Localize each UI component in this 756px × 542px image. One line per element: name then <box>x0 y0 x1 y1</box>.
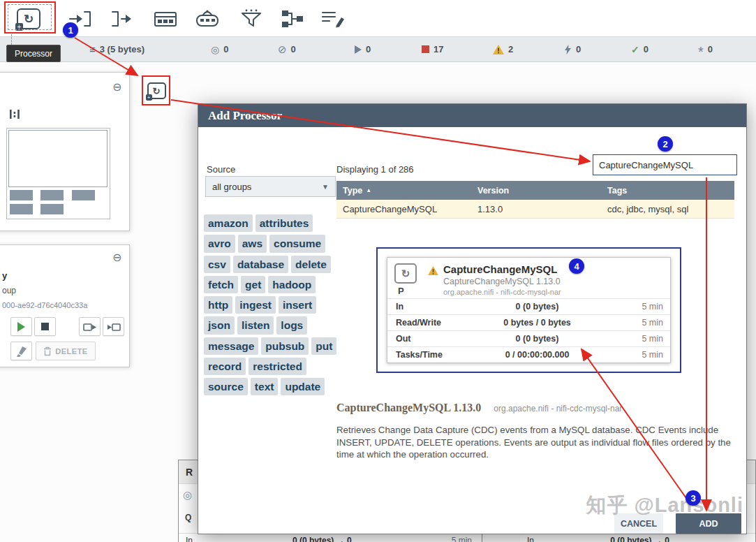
tag-item[interactable]: attributes <box>255 214 313 232</box>
status-queued: ≡ 3 (5 bytes) <box>89 37 144 61</box>
collapse-operate-icon[interactable]: ⊖ <box>112 252 121 263</box>
tag-item[interactable]: pubsub <box>261 337 309 355</box>
queued-icon: ≡ <box>89 43 96 55</box>
processor-table-row[interactable]: CaptureChangeMySQL 1.13.0 cdc, jdbc, mys… <box>336 200 734 219</box>
delete-button[interactable]: DELETE <box>36 342 96 360</box>
tag-item[interactable]: restricted <box>249 358 306 375</box>
stop-button[interactable] <box>34 317 56 336</box>
status-bar: 0 ≡ 3 (5 bytes) ◎ 0 ⊘ 0 0 17 2 0 <box>0 36 756 62</box>
tag-item[interactable]: database <box>233 256 288 273</box>
source-group-dropdown[interactable]: all groups ▼ <box>205 176 336 197</box>
tag-item[interactable]: json <box>204 316 235 334</box>
toolbar-template-button[interactable] <box>274 5 311 33</box>
tag-item[interactable]: avro <box>204 235 235 252</box>
tag-item[interactable]: text <box>251 378 279 395</box>
in-window: 5 min <box>452 536 472 542</box>
flow-thumbnail-block <box>40 190 64 200</box>
paste-group-button[interactable] <box>103 317 124 336</box>
birdseye-icon[interactable] <box>9 109 20 119</box>
status-transmitting: ◎ 0 <box>211 37 228 61</box>
dragged-processor-ghost[interactable]: ↻+ <box>144 78 168 103</box>
tag-item[interactable]: record <box>204 358 246 375</box>
tag-item[interactable]: insert <box>279 296 316 314</box>
tag-item[interactable]: get <box>241 276 265 293</box>
row-tags: cdc, jdbc, mysql, sql <box>601 204 734 214</box>
in-label: In <box>186 536 193 542</box>
stat-row-in: In0 (0 bytes)5 min <box>387 298 670 314</box>
operate-palette: ⊖ y oup 000-ae92-d76c4040c33a DELETE <box>0 244 130 367</box>
arrow-group-icon <box>107 321 121 332</box>
stopped-icon <box>422 45 429 53</box>
status-running: 0 <box>355 37 371 61</box>
selected-processor-description: Retrieves Change Data Capture (CDC) even… <box>336 424 736 461</box>
disabled-icon <box>564 45 572 54</box>
tag-item[interactable]: consume <box>269 235 325 252</box>
tag-item[interactable]: amazon <box>204 214 253 232</box>
status-stopped: 17 <box>422 37 443 61</box>
start-button[interactable] <box>10 317 32 336</box>
in-value: 0 (0 bytes) → 0 <box>534 536 746 542</box>
funnel-icon <box>239 8 263 29</box>
navigate-palette: ⊖ <box>0 72 130 231</box>
copy-group-button[interactable] <box>79 317 101 336</box>
add-processor-dialog: Add Processor Source all groups ▼ Displa… <box>198 103 747 534</box>
stopped-count: 17 <box>433 44 443 54</box>
running-count: 0 <box>366 44 371 54</box>
tag-item[interactable]: logs <box>276 316 307 334</box>
birdseye-viewport[interactable] <box>8 130 108 187</box>
tag-item[interactable]: update <box>281 378 325 395</box>
annotation-step-badge-2: 2 <box>658 136 673 152</box>
annotation-step-badge-3: 3 <box>685 490 701 506</box>
tag-item[interactable]: source <box>204 378 248 395</box>
toolbar-funnel-button[interactable] <box>232 5 270 33</box>
flow-thumbnail-block <box>72 190 95 200</box>
processor-filter-input[interactable] <box>593 154 737 175</box>
tag-item[interactable]: ingest <box>235 296 276 314</box>
column-header-version[interactable]: Version <box>471 186 601 196</box>
tag-item[interactable]: put <box>311 337 336 355</box>
up-to-date-check-icon: ✓ <box>631 44 639 55</box>
invalid-warning-icon <box>493 45 504 54</box>
tag-item[interactable]: http <box>204 296 232 314</box>
processor-letter-badge: P <box>398 286 404 296</box>
label-icon <box>320 8 346 29</box>
play-icon <box>17 322 25 332</box>
processor-icon: ↻+ <box>147 82 166 99</box>
asterisk-icon: * <box>698 44 704 60</box>
collapse-navigate-icon[interactable]: ⊖ <box>112 82 121 93</box>
processor-tooltip: Processor <box>6 45 61 62</box>
not-transmitting-icon: ⊘ <box>278 43 287 56</box>
column-header-tags[interactable]: Tags <box>601 186 734 196</box>
toolbar-label-button[interactable] <box>314 5 352 33</box>
fill-color-button[interactable] <box>10 342 32 360</box>
toolbar-remote-process-group-button[interactable] <box>188 5 226 33</box>
column-header-type[interactable]: Type▲ <box>336 186 471 196</box>
in-value: 0 (0 bytes) → 0 <box>193 536 452 542</box>
tag-item[interactable]: aws <box>238 235 267 252</box>
process-group-icon <box>154 8 177 29</box>
tag-item[interactable]: message <box>204 337 258 355</box>
tag-item[interactable]: fetch <box>204 276 238 293</box>
operate-group-type-fragment: oup <box>2 286 16 295</box>
tag-item[interactable]: delete <box>291 256 331 273</box>
tag-item[interactable]: listen <box>237 316 274 334</box>
tag-item[interactable]: hadoop <box>268 276 316 293</box>
selected-processor-name: CaptureChangeMySQL 1.13.0 <box>336 402 481 414</box>
birdseye-preview[interactable] <box>6 128 110 219</box>
toolbar-process-group-button[interactable] <box>147 5 184 33</box>
row-version: 1.13.0 <box>471 204 601 214</box>
delete-label: DELETE <box>55 347 87 356</box>
status-disabled: 0 <box>564 37 581 61</box>
flow-thumbnail-block <box>40 204 64 214</box>
toolbar-processor-button[interactable]: ↻+ <box>10 5 47 33</box>
not-transmitting-count: 0 <box>291 44 296 54</box>
stop-icon <box>41 323 49 330</box>
paintbrush-icon <box>16 346 27 357</box>
status-not-transmitting: ⊘ 0 <box>278 37 296 61</box>
flow-thumbnail-block <box>10 204 33 214</box>
component-toolbar: ↻+ <box>0 0 756 36</box>
toolbar-output-port-button[interactable] <box>103 5 141 33</box>
tag-item[interactable]: csv <box>204 256 230 273</box>
group-arrow-icon <box>83 321 97 332</box>
status-sync-failure: * 0 <box>698 37 713 61</box>
